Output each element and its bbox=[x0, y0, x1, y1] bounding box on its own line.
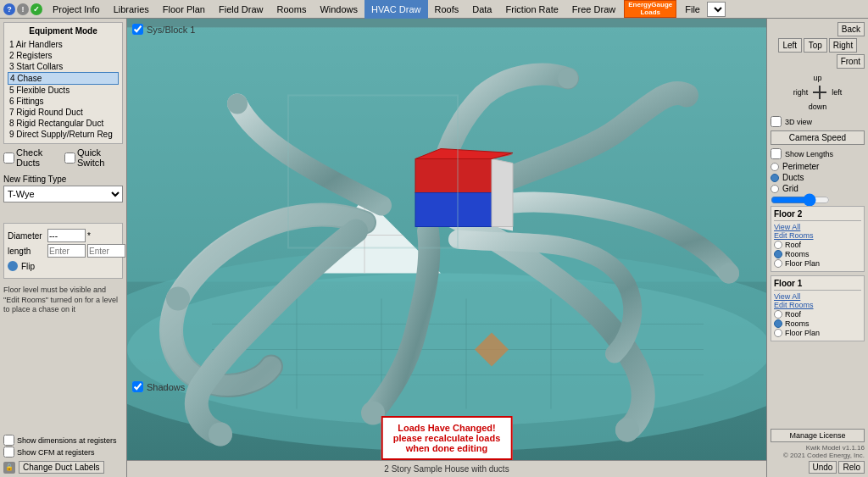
menu-field-draw[interactable]: Field Draw bbox=[212, 0, 270, 19]
menu-libraries[interactable]: Libraries bbox=[107, 0, 156, 19]
ducts-row: Ducts bbox=[771, 173, 865, 182]
fitting-type-select[interactable]: T-Wye Elbow Straight Reducer Cap bbox=[3, 186, 123, 202]
floor-1-edit-rooms[interactable]: Edit Rooms bbox=[774, 301, 861, 309]
floor-1-rooms-row[interactable]: Rooms bbox=[774, 319, 861, 328]
floor-2-floorplan-row[interactable]: Floor Plan bbox=[774, 259, 861, 268]
up-label: up bbox=[813, 74, 821, 82]
floor-2-title: Floor 2 bbox=[774, 209, 861, 221]
quick-switch-container: Quick Switch bbox=[64, 147, 123, 168]
back-button[interactable]: Back bbox=[837, 22, 865, 36]
menu-hvac-draw[interactable]: HVAC Draw bbox=[364, 0, 427, 19]
show-cfm-checkbox[interactable] bbox=[3, 446, 14, 458]
svg-point-24 bbox=[209, 423, 232, 446]
floor-2-edit-rooms[interactable]: Edit Rooms bbox=[774, 231, 861, 240]
manage-license-button[interactable]: Manage License bbox=[771, 429, 865, 442]
equipment-chase[interactable]: 4 Chase bbox=[8, 72, 119, 85]
quick-switch-checkbox[interactable] bbox=[64, 153, 75, 164]
show-dims-checkbox[interactable] bbox=[3, 435, 14, 446]
front-btn-row: Front bbox=[771, 54, 865, 69]
floor-2-roof-row[interactable]: Roof bbox=[774, 241, 861, 249]
right-view-button[interactable]: Right bbox=[829, 38, 857, 53]
ducts-radio[interactable] bbox=[771, 174, 779, 182]
grid-radio[interactable] bbox=[771, 185, 779, 193]
floor-2-roof-radio[interactable] bbox=[774, 241, 782, 249]
equipment-fittings[interactable]: 6 Fittings bbox=[8, 96, 119, 107]
shadows-checkbox[interactable] bbox=[132, 381, 143, 392]
camera-speed-button[interactable]: Camera Speed bbox=[771, 130, 865, 145]
length-input-2[interactable] bbox=[87, 244, 125, 258]
undo-button[interactable]: Undo bbox=[809, 461, 837, 474]
status-bar: 2 Story Sample House with ducts bbox=[127, 460, 766, 477]
equipment-flexible-ducts[interactable]: 5 Flexible Ducts bbox=[8, 85, 119, 96]
floor-1-rooms-radio[interactable] bbox=[774, 319, 782, 328]
show-dims-label: Show dimensions at registers bbox=[17, 436, 117, 445]
show-dims-row: Show dimensions at registers bbox=[3, 435, 123, 446]
menu-rooms[interactable]: Rooms bbox=[270, 0, 314, 19]
diameter-row: Diameter * bbox=[8, 229, 119, 242]
floor-2-card: Floor 2 View All Edit Rooms Roof Rooms F… bbox=[771, 206, 865, 272]
menu-project-info[interactable]: Project Info bbox=[46, 0, 107, 19]
copyright-text: © 2021 Coded Energy, Inc. bbox=[771, 452, 865, 459]
floor-2-floorplan-label: Floor Plan bbox=[785, 259, 820, 268]
show-lengths-checkbox[interactable] bbox=[771, 148, 782, 159]
floor-2-floorplan-radio[interactable] bbox=[774, 259, 782, 268]
grid-slider[interactable] bbox=[771, 196, 830, 204]
ducts-label: Ducts bbox=[782, 173, 804, 182]
equipment-direct-supply[interactable]: 9 Direct Supply/Return Reg bbox=[8, 129, 119, 140]
sys-block-checkbox[interactable] bbox=[132, 24, 143, 35]
view-3d-label: 3D view bbox=[785, 118, 812, 126]
length-label: length bbox=[8, 247, 46, 256]
floor-1-view-all[interactable]: View All bbox=[774, 292, 861, 301]
floor-1-roof-row[interactable]: Roof bbox=[774, 310, 861, 319]
down-label: down bbox=[809, 103, 827, 111]
equipment-registers[interactable]: 2 Registers bbox=[8, 50, 119, 61]
check-ducts-checkbox[interactable] bbox=[3, 153, 14, 164]
length-input-1[interactable] bbox=[47, 244, 86, 258]
diameter-input[interactable] bbox=[47, 229, 86, 242]
energy-gauge-button[interactable]: EnergyGaugeLoads bbox=[624, 0, 676, 18]
redo-button[interactable]: Relo bbox=[838, 461, 865, 474]
file-dropdown[interactable] bbox=[707, 2, 726, 17]
crosshair-plus[interactable] bbox=[810, 82, 830, 103]
left-view-button[interactable]: Left bbox=[778, 38, 802, 53]
left-label-text: left bbox=[832, 88, 842, 97]
floor-2-view-all[interactable]: View All bbox=[774, 223, 861, 231]
view-3d-checkbox[interactable] bbox=[771, 116, 782, 127]
menu-floor-plan[interactable]: Floor Plan bbox=[156, 0, 212, 19]
equipment-start-collars[interactable]: 3 Start Collars bbox=[8, 61, 119, 72]
logo-icon-3: ✓ bbox=[31, 3, 42, 15]
svg-point-22 bbox=[227, 94, 248, 114]
equipment-air-handlers[interactable]: 1 Air Handlers bbox=[8, 39, 119, 50]
perimeter-radio[interactable] bbox=[771, 163, 779, 171]
top-view-button[interactable]: Top bbox=[804, 38, 827, 53]
menu-windows[interactable]: Windows bbox=[313, 0, 364, 19]
check-ducts-label: Check Ducts bbox=[16, 147, 61, 168]
quick-switch-label: Quick Switch bbox=[77, 147, 123, 168]
menu-friction-rate[interactable]: Friction Rate bbox=[499, 0, 565, 19]
change-duct-button[interactable]: Change Duct Labels bbox=[19, 461, 104, 474]
floor-2-rooms-radio[interactable] bbox=[774, 250, 782, 258]
change-duct-row: 🔒 Change Duct Labels bbox=[3, 461, 123, 474]
equipment-list: 1 Air Handlers 2 Registers 3 Start Colla… bbox=[8, 39, 119, 140]
floor-2-roof-label: Roof bbox=[785, 241, 801, 249]
menu-free-draw[interactable]: Free Draw bbox=[565, 0, 622, 19]
floor-1-roof-radio[interactable] bbox=[774, 310, 782, 319]
menu-roofs[interactable]: Roofs bbox=[428, 0, 466, 19]
equipment-rigid-round-duct[interactable]: 7 Rigid Round Duct bbox=[8, 107, 119, 118]
lower-panel: Diameter * length * Flip bbox=[3, 223, 123, 279]
center-3d-view[interactable]: Sys/Block 1 Shadows Loads Have Changed! … bbox=[127, 19, 766, 477]
menu-data[interactable]: Data bbox=[465, 0, 498, 19]
flip-radio[interactable] bbox=[8, 261, 18, 271]
floor-2-rooms-row[interactable]: Rooms bbox=[774, 250, 861, 258]
show-cfm-row: Show CFM at registers bbox=[3, 446, 123, 458]
floor-1-floorplan-row[interactable]: Floor Plan bbox=[774, 329, 861, 337]
grid-row: Grid bbox=[771, 184, 865, 193]
front-view-button[interactable]: Front bbox=[837, 54, 865, 69]
bottom-right: Manage License Kwik Model v1.1.16 © 2021… bbox=[771, 429, 865, 474]
diameter-unit: * bbox=[87, 231, 91, 241]
floor-1-rooms-label: Rooms bbox=[785, 319, 810, 328]
floor-1-floorplan-radio[interactable] bbox=[774, 329, 782, 337]
equipment-rigid-rect-duct[interactable]: 8 Rigid Rectangular Duct bbox=[8, 118, 119, 129]
menu-file[interactable]: File bbox=[678, 0, 707, 19]
flip-label: Flip bbox=[21, 262, 35, 271]
